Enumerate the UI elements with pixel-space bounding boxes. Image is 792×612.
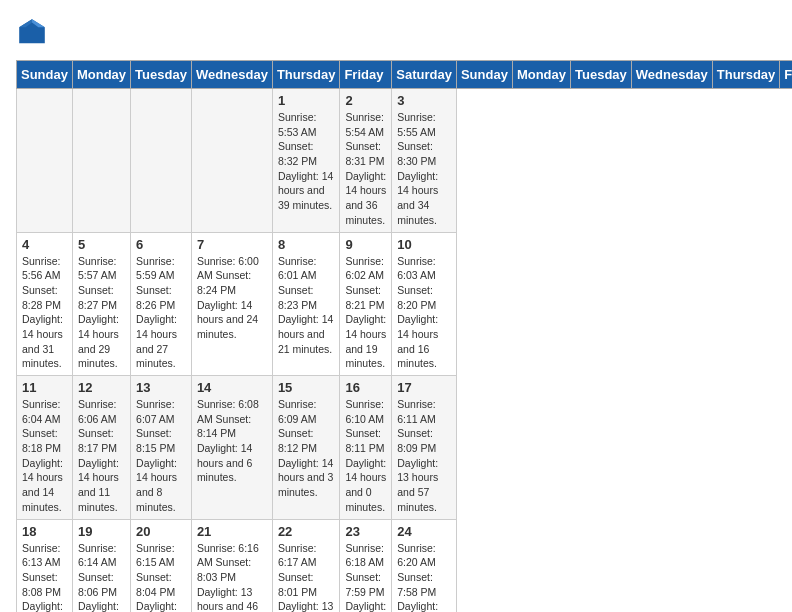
day-info: Sunrise: 5:53 AM Sunset: 8:32 PM Dayligh… [278, 110, 335, 213]
logo [16, 16, 52, 48]
day-number: 19 [78, 524, 125, 539]
day-info: Sunrise: 6:09 AM Sunset: 8:12 PM Dayligh… [278, 397, 335, 500]
header-row: SundayMondayTuesdayWednesdayThursdayFrid… [17, 61, 793, 89]
day-info: Sunrise: 5:57 AM Sunset: 8:27 PM Dayligh… [78, 254, 125, 372]
day-info: Sunrise: 5:56 AM Sunset: 8:28 PM Dayligh… [22, 254, 67, 372]
day-info: Sunrise: 5:54 AM Sunset: 8:31 PM Dayligh… [345, 110, 386, 228]
day-info: Sunrise: 6:14 AM Sunset: 8:06 PM Dayligh… [78, 541, 125, 613]
day-number: 8 [278, 237, 335, 252]
calendar-cell: 17Sunrise: 6:11 AM Sunset: 8:09 PM Dayli… [392, 376, 457, 520]
day-header: Friday [780, 61, 792, 89]
calendar-cell [191, 89, 272, 233]
day-number: 10 [397, 237, 451, 252]
calendar-cell: 19Sunrise: 6:14 AM Sunset: 8:06 PM Dayli… [72, 519, 130, 612]
day-number: 23 [345, 524, 386, 539]
svg-marker-0 [19, 19, 45, 43]
calendar-cell: 6Sunrise: 5:59 AM Sunset: 8:26 PM Daylig… [131, 232, 192, 376]
calendar-cell: 9Sunrise: 6:02 AM Sunset: 8:21 PM Daylig… [340, 232, 392, 376]
day-number: 7 [197, 237, 267, 252]
calendar-cell: 3Sunrise: 5:55 AM Sunset: 8:30 PM Daylig… [392, 89, 457, 233]
day-info: Sunrise: 6:16 AM Sunset: 8:03 PM Dayligh… [197, 541, 267, 613]
calendar-cell: 21Sunrise: 6:16 AM Sunset: 8:03 PM Dayli… [191, 519, 272, 612]
day-number: 21 [197, 524, 267, 539]
calendar-cell [131, 89, 192, 233]
calendar-cell: 5Sunrise: 5:57 AM Sunset: 8:27 PM Daylig… [72, 232, 130, 376]
day-number: 1 [278, 93, 335, 108]
calendar-cell [72, 89, 130, 233]
page-header [16, 16, 776, 48]
day-info: Sunrise: 6:07 AM Sunset: 8:15 PM Dayligh… [136, 397, 186, 515]
day-header: Wednesday [631, 61, 712, 89]
day-number: 9 [345, 237, 386, 252]
day-info: Sunrise: 6:18 AM Sunset: 7:59 PM Dayligh… [345, 541, 386, 613]
day-number: 18 [22, 524, 67, 539]
calendar-week-row: 1Sunrise: 5:53 AM Sunset: 8:32 PM Daylig… [17, 89, 793, 233]
day-header: Thursday [272, 61, 340, 89]
day-info: Sunrise: 6:08 AM Sunset: 8:14 PM Dayligh… [197, 397, 267, 485]
calendar-table: SundayMondayTuesdayWednesdayThursdayFrid… [16, 60, 792, 612]
day-number: 2 [345, 93, 386, 108]
calendar-cell: 24Sunrise: 6:20 AM Sunset: 7:58 PM Dayli… [392, 519, 457, 612]
day-number: 6 [136, 237, 186, 252]
day-number: 4 [22, 237, 67, 252]
day-number: 15 [278, 380, 335, 395]
calendar-week-row: 18Sunrise: 6:13 AM Sunset: 8:08 PM Dayli… [17, 519, 793, 612]
calendar-cell: 13Sunrise: 6:07 AM Sunset: 8:15 PM Dayli… [131, 376, 192, 520]
day-info: Sunrise: 6:06 AM Sunset: 8:17 PM Dayligh… [78, 397, 125, 515]
calendar-cell: 14Sunrise: 6:08 AM Sunset: 8:14 PM Dayli… [191, 376, 272, 520]
day-info: Sunrise: 6:03 AM Sunset: 8:20 PM Dayligh… [397, 254, 451, 372]
calendar-week-row: 11Sunrise: 6:04 AM Sunset: 8:18 PM Dayli… [17, 376, 793, 520]
day-info: Sunrise: 6:17 AM Sunset: 8:01 PM Dayligh… [278, 541, 335, 613]
day-info: Sunrise: 6:20 AM Sunset: 7:58 PM Dayligh… [397, 541, 451, 613]
day-info: Sunrise: 6:15 AM Sunset: 8:04 PM Dayligh… [136, 541, 186, 613]
day-info: Sunrise: 5:55 AM Sunset: 8:30 PM Dayligh… [397, 110, 451, 228]
day-number: 11 [22, 380, 67, 395]
day-number: 24 [397, 524, 451, 539]
day-header: Friday [340, 61, 392, 89]
day-header: Sunday [17, 61, 73, 89]
day-header: Wednesday [191, 61, 272, 89]
day-header: Saturday [392, 61, 457, 89]
day-info: Sunrise: 6:11 AM Sunset: 8:09 PM Dayligh… [397, 397, 451, 515]
day-info: Sunrise: 6:10 AM Sunset: 8:11 PM Dayligh… [345, 397, 386, 515]
calendar-cell: 23Sunrise: 6:18 AM Sunset: 7:59 PM Dayli… [340, 519, 392, 612]
day-number: 12 [78, 380, 125, 395]
calendar-cell: 16Sunrise: 6:10 AM Sunset: 8:11 PM Dayli… [340, 376, 392, 520]
calendar-cell: 2Sunrise: 5:54 AM Sunset: 8:31 PM Daylig… [340, 89, 392, 233]
day-number: 3 [397, 93, 451, 108]
calendar-cell: 11Sunrise: 6:04 AM Sunset: 8:18 PM Dayli… [17, 376, 73, 520]
calendar-cell: 22Sunrise: 6:17 AM Sunset: 8:01 PM Dayli… [272, 519, 340, 612]
day-info: Sunrise: 6:04 AM Sunset: 8:18 PM Dayligh… [22, 397, 67, 515]
day-header: Tuesday [131, 61, 192, 89]
day-header: Tuesday [571, 61, 632, 89]
day-number: 16 [345, 380, 386, 395]
calendar-cell: 20Sunrise: 6:15 AM Sunset: 8:04 PM Dayli… [131, 519, 192, 612]
day-number: 13 [136, 380, 186, 395]
calendar-cell [17, 89, 73, 233]
day-info: Sunrise: 6:02 AM Sunset: 8:21 PM Dayligh… [345, 254, 386, 372]
day-number: 5 [78, 237, 125, 252]
day-info: Sunrise: 6:00 AM Sunset: 8:24 PM Dayligh… [197, 254, 267, 342]
calendar-cell: 1Sunrise: 5:53 AM Sunset: 8:32 PM Daylig… [272, 89, 340, 233]
calendar-cell: 15Sunrise: 6:09 AM Sunset: 8:12 PM Dayli… [272, 376, 340, 520]
calendar-cell: 12Sunrise: 6:06 AM Sunset: 8:17 PM Dayli… [72, 376, 130, 520]
day-info: Sunrise: 6:13 AM Sunset: 8:08 PM Dayligh… [22, 541, 67, 613]
day-number: 20 [136, 524, 186, 539]
day-number: 22 [278, 524, 335, 539]
calendar-cell: 10Sunrise: 6:03 AM Sunset: 8:20 PM Dayli… [392, 232, 457, 376]
calendar-cell: 4Sunrise: 5:56 AM Sunset: 8:28 PM Daylig… [17, 232, 73, 376]
calendar-cell: 7Sunrise: 6:00 AM Sunset: 8:24 PM Daylig… [191, 232, 272, 376]
calendar-cell: 8Sunrise: 6:01 AM Sunset: 8:23 PM Daylig… [272, 232, 340, 376]
day-header: Sunday [456, 61, 512, 89]
day-info: Sunrise: 6:01 AM Sunset: 8:23 PM Dayligh… [278, 254, 335, 357]
day-number: 14 [197, 380, 267, 395]
day-header: Thursday [712, 61, 780, 89]
day-number: 17 [397, 380, 451, 395]
logo-icon [16, 16, 48, 48]
calendar-cell: 18Sunrise: 6:13 AM Sunset: 8:08 PM Dayli… [17, 519, 73, 612]
calendar-week-row: 4Sunrise: 5:56 AM Sunset: 8:28 PM Daylig… [17, 232, 793, 376]
day-header: Monday [72, 61, 130, 89]
day-header: Monday [512, 61, 570, 89]
day-info: Sunrise: 5:59 AM Sunset: 8:26 PM Dayligh… [136, 254, 186, 372]
